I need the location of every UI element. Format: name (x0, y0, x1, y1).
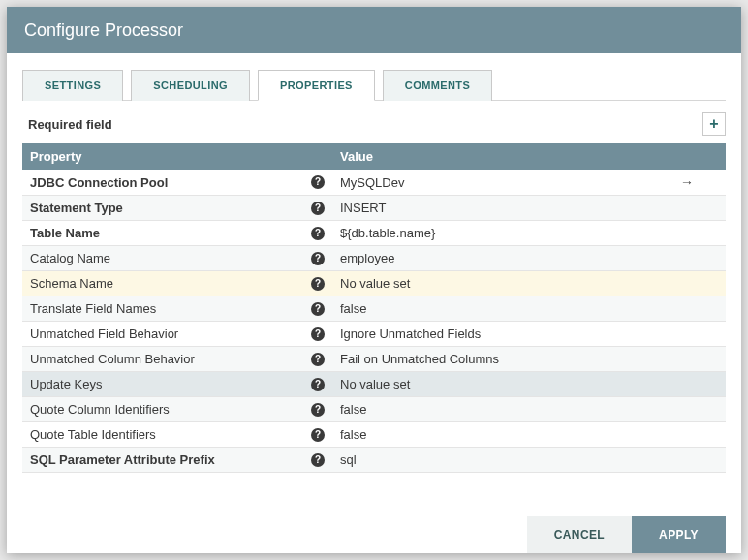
tab-scheduling[interactable]: SCHEDULING (131, 70, 250, 101)
configure-processor-dialog: Configure Processor SETTINGSSCHEDULINGPR… (7, 7, 741, 553)
tab-bar: SETTINGSSCHEDULINGPROPERTIESCOMMENTS (22, 69, 726, 101)
property-name: Table Name (30, 226, 100, 240)
help-icon[interactable]: ? (311, 302, 325, 316)
required-field-label: Required field (28, 117, 112, 132)
help-icon[interactable]: ? (311, 277, 325, 291)
column-header-value: Value (332, 143, 648, 170)
table-row[interactable]: SQL Parameter Attribute Prefix?sql (22, 448, 726, 473)
tab-properties[interactable]: PROPERTIES (258, 70, 375, 101)
property-name: Translate Field Names (30, 301, 156, 316)
property-value[interactable]: false (332, 397, 648, 422)
table-row[interactable]: Schema Name?No value set (22, 271, 726, 296)
property-value[interactable]: employee (332, 246, 648, 271)
property-value[interactable]: INSERT (332, 196, 648, 221)
property-name: Unmatched Column Behavior (30, 352, 195, 366)
table-row[interactable]: JDBC Connection Pool?MySQLDev→ (22, 170, 726, 196)
column-header-property: Property (22, 143, 332, 170)
cancel-button[interactable]: CANCEL (527, 516, 632, 553)
table-row[interactable]: Unmatched Field Behavior?Ignore Unmatche… (22, 322, 726, 347)
property-value[interactable]: ${db.table.name} (332, 221, 648, 246)
goto-service-icon[interactable]: → (680, 174, 694, 190)
help-icon[interactable]: ? (311, 353, 325, 366)
property-value[interactable]: No value set (332, 372, 648, 397)
properties-toolbar: Required field + (28, 112, 726, 136)
help-icon[interactable]: ? (311, 378, 325, 391)
add-property-button[interactable]: + (702, 112, 726, 136)
property-name: Schema Name (30, 276, 113, 291)
help-icon[interactable]: ? (311, 327, 325, 341)
column-header-actions (648, 143, 726, 170)
property-name: Quote Table Identifiers (30, 427, 156, 442)
apply-button[interactable]: APPLY (632, 516, 726, 553)
property-value[interactable]: false (332, 296, 648, 322)
property-value[interactable]: Ignore Unmatched Fields (332, 322, 648, 347)
dialog-title: Configure Processor (7, 7, 741, 53)
tab-settings[interactable]: SETTINGS (22, 70, 123, 101)
property-value[interactable]: sql (332, 448, 648, 473)
help-icon[interactable]: ? (311, 453, 325, 467)
table-row[interactable]: Update Keys?No value set (22, 372, 726, 397)
property-value[interactable]: MySQLDev (332, 170, 648, 196)
property-value[interactable]: Fail on Unmatched Columns (332, 347, 648, 372)
properties-table: Property Value JDBC Connection Pool?MySQ… (22, 143, 726, 473)
help-icon[interactable]: ? (311, 175, 325, 189)
help-icon[interactable]: ? (311, 403, 325, 417)
property-name: Unmatched Field Behavior (30, 327, 178, 341)
table-row[interactable]: Unmatched Column Behavior?Fail on Unmatc… (22, 347, 726, 372)
table-row[interactable]: Quote Column Identifiers?false (22, 397, 726, 422)
table-row[interactable]: Quote Table Identifiers?false (22, 422, 726, 448)
table-row[interactable]: Catalog Name?employee (22, 246, 726, 271)
help-icon[interactable]: ? (311, 227, 325, 240)
property-name: Update Keys (30, 377, 102, 391)
property-name: SQL Parameter Attribute Prefix (30, 452, 215, 467)
tab-comments[interactable]: COMMENTS (383, 70, 492, 101)
table-row[interactable]: Table Name?${db.table.name} (22, 221, 726, 246)
dialog-body: SETTINGSSCHEDULINGPROPERTIESCOMMENTS Req… (7, 53, 741, 553)
table-row[interactable]: Statement Type?INSERT (22, 196, 726, 221)
property-name: JDBC Connection Pool (30, 175, 168, 190)
help-icon[interactable]: ? (311, 428, 325, 442)
property-value[interactable]: No value set (332, 271, 648, 296)
help-icon[interactable]: ? (311, 252, 325, 265)
dialog-footer: CANCEL APPLY (22, 509, 726, 553)
table-row[interactable]: Translate Field Names?false (22, 296, 726, 322)
property-name: Catalog Name (30, 251, 110, 265)
property-name: Quote Column Identifiers (30, 402, 170, 417)
help-icon[interactable]: ? (311, 202, 325, 215)
property-value[interactable]: false (332, 422, 648, 448)
plus-icon: + (709, 115, 718, 133)
property-name: Statement Type (30, 201, 123, 215)
